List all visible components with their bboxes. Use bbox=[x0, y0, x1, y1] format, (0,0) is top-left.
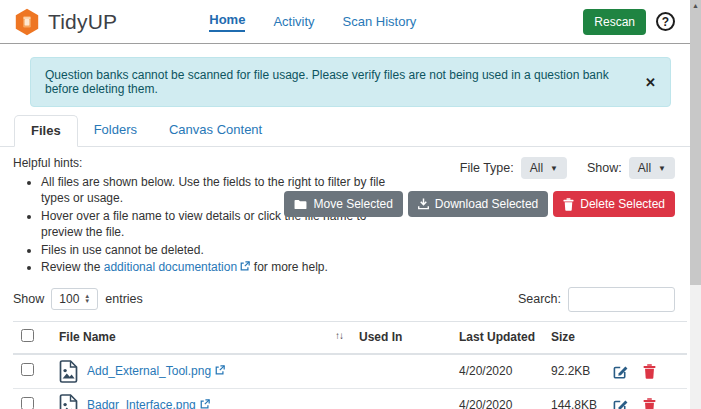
help-icon[interactable]: ? bbox=[656, 12, 675, 31]
tab-canvas-content[interactable]: Canvas Content bbox=[153, 115, 278, 146]
brand-name: TidyUP bbox=[48, 10, 117, 34]
row-checkbox[interactable] bbox=[21, 363, 34, 376]
tidyup-logo-icon bbox=[14, 8, 40, 36]
show-entries-label: Show bbox=[13, 292, 44, 306]
row-checkbox[interactable] bbox=[21, 397, 34, 409]
content-tabs: Files Folders Canvas Content bbox=[0, 115, 701, 147]
external-link-icon bbox=[200, 398, 210, 409]
files-panel: Helpful hints: All files are shown below… bbox=[0, 147, 701, 409]
rescan-button[interactable]: Rescan bbox=[583, 9, 646, 35]
entries-label: entries bbox=[105, 292, 143, 306]
file-name-link[interactable]: Badgr_Interface.png bbox=[87, 398, 210, 409]
nav-activity[interactable]: Activity bbox=[273, 14, 314, 29]
column-header-size[interactable]: Size bbox=[543, 321, 605, 354]
chevron-down-icon: ▼ bbox=[550, 164, 558, 173]
file-type-label: File Type: bbox=[460, 161, 514, 175]
tidyup-app: TidyUP Home Activity Scan History Rescan… bbox=[0, 0, 701, 409]
size-cell: 144.8KB bbox=[543, 388, 605, 409]
last-updated-cell: 4/20/2020 bbox=[451, 388, 543, 409]
alert-message: Question banks cannot be scanned for fil… bbox=[45, 68, 635, 96]
scrollbar-thumb[interactable] bbox=[690, 0, 701, 285]
image-file-icon bbox=[59, 394, 78, 409]
select-all-checkbox[interactable] bbox=[21, 329, 34, 342]
tab-files[interactable]: Files bbox=[14, 115, 78, 147]
size-cell: 92.2KB bbox=[543, 354, 605, 389]
files-table: File Name↑↓ Used In Last Updated Size Ad… bbox=[13, 321, 687, 409]
table-controls: Show 100 ▲▼ entries Search: bbox=[13, 287, 687, 312]
updown-arrows-icon: ▲▼ bbox=[84, 294, 90, 304]
tab-folders[interactable]: Folders bbox=[78, 115, 153, 146]
used-in-cell bbox=[351, 354, 451, 389]
window-scrollbar[interactable]: ▲ bbox=[690, 0, 701, 409]
download-selected-button[interactable]: Download Selected bbox=[408, 191, 548, 217]
trash-icon[interactable] bbox=[643, 398, 656, 409]
external-link-icon bbox=[215, 364, 225, 378]
search-input[interactable] bbox=[568, 287, 675, 312]
nav-scan-history[interactable]: Scan History bbox=[343, 14, 417, 29]
header-right: Rescan ? bbox=[583, 9, 675, 35]
table-row: Badgr_Interface.png 4/20/2020 144.8KB bbox=[13, 388, 687, 409]
show-filter-label: Show: bbox=[587, 161, 622, 175]
column-header-used-in[interactable]: Used In bbox=[351, 321, 451, 354]
move-selected-button[interactable]: Move Selected bbox=[284, 191, 402, 217]
show-filter-select[interactable]: All ▼ bbox=[629, 157, 675, 179]
edit-icon[interactable] bbox=[613, 398, 628, 409]
filter-controls: File Type: All ▼ Show: All ▼ bbox=[397, 155, 675, 277]
image-file-icon bbox=[59, 360, 78, 383]
column-header-actions bbox=[605, 321, 687, 354]
column-header-last-updated[interactable]: Last Updated bbox=[451, 321, 543, 354]
trash-icon bbox=[563, 198, 574, 211]
table-header-row: File Name↑↓ Used In Last Updated Size bbox=[13, 321, 687, 354]
trash-icon[interactable] bbox=[643, 364, 656, 379]
delete-selected-button[interactable]: Delete Selected bbox=[553, 191, 675, 217]
page-size-select[interactable]: 100 ▲▼ bbox=[51, 288, 98, 310]
file-type-select[interactable]: All ▼ bbox=[521, 157, 567, 179]
sort-icon[interactable]: ↑↓ bbox=[335, 330, 343, 341]
close-icon[interactable]: ✕ bbox=[635, 75, 656, 90]
hints-title: Helpful hints: bbox=[13, 155, 397, 172]
external-link-icon bbox=[240, 260, 253, 274]
used-in-cell bbox=[351, 388, 451, 409]
scrollbar-up-arrow-icon[interactable]: ▲ bbox=[690, 2, 701, 9]
download-icon bbox=[418, 198, 429, 210]
hint-item: Review the additional documentation for … bbox=[41, 259, 397, 276]
main-nav: Home Activity Scan History bbox=[209, 12, 416, 32]
table-row: Add_External_Tool.png 4/20/2020 92.2KB bbox=[13, 354, 687, 389]
file-name-link[interactable]: Add_External_Tool.png bbox=[87, 364, 225, 378]
search-label: Search: bbox=[518, 292, 561, 306]
question-bank-alert: Question banks cannot be scanned for fil… bbox=[30, 57, 671, 107]
nav-home[interactable]: Home bbox=[209, 12, 245, 32]
hint-item: Files in use cannot be deleted. bbox=[41, 242, 397, 259]
additional-documentation-link[interactable]: additional documentation bbox=[104, 260, 237, 274]
app-header: TidyUP Home Activity Scan History Rescan… bbox=[0, 0, 701, 44]
column-header-file-name[interactable]: File Name↑↓ bbox=[51, 321, 351, 354]
folder-icon bbox=[294, 199, 307, 210]
chevron-down-icon: ▼ bbox=[658, 164, 666, 173]
edit-icon[interactable] bbox=[613, 364, 628, 379]
last-updated-cell: 4/20/2020 bbox=[451, 354, 543, 389]
brand: TidyUP bbox=[14, 8, 117, 36]
